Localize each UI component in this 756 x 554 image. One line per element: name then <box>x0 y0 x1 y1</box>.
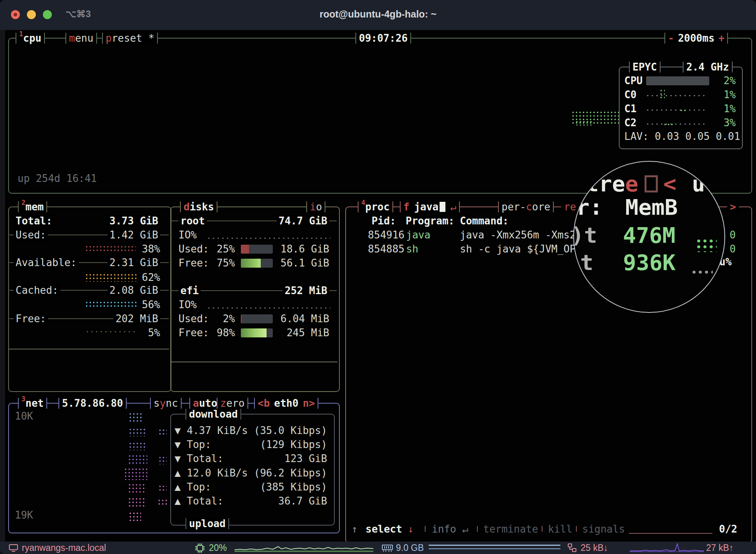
disk-root-used-bar <box>241 245 273 254</box>
proc-row-program[interactable]: java <box>406 228 431 242</box>
proc-kill-button[interactable]: kill <box>548 522 572 536</box>
proc-row-program[interactable]: sh <box>406 242 418 256</box>
disk-root-free-label: Free: <box>178 256 209 270</box>
cpu-chip-icon <box>195 543 205 553</box>
mem-cached-value: 2.08 GiB <box>108 283 160 297</box>
mem-cached-pct: 56% <box>142 298 160 312</box>
menu-button[interactable]: menu <box>65 33 97 44</box>
terminal-left-margin <box>0 30 5 542</box>
proc-signals-button[interactable]: signals <box>582 522 625 536</box>
window-title: root@ubuntu-4gb-halo: ~ <box>0 9 756 20</box>
loupe-graph-dots <box>696 238 717 252</box>
net-graph-segment <box>129 442 146 450</box>
disk-efi-free-pct: 98% <box>217 326 235 340</box>
disk-root-used-value: 18.6 GiB <box>281 242 329 256</box>
net-down-top: ▼ Top: (129 Kibps) <box>175 438 327 452</box>
disk-efi-used-pct: 2% <box>223 312 235 326</box>
core-0-graph-peak <box>659 89 665 98</box>
net-prev-button[interactable]: <b <box>258 398 270 408</box>
core-2-graph <box>645 123 707 126</box>
mem-available-meter <box>85 273 136 282</box>
mem-available-pct: 62% <box>142 270 160 284</box>
network-icon <box>567 543 577 552</box>
net-sync-button[interactable]: sync <box>150 398 182 409</box>
mem-free-row: Free: <box>14 312 48 326</box>
net-up-speed: ▲ 12.0 KiB/s (96.2 Kibps) <box>175 466 327 480</box>
net-graph-segment <box>128 454 147 465</box>
proc-header-pid: Pid: <box>371 214 396 228</box>
disk-root-free-bar <box>241 259 273 268</box>
proc-select-button[interactable]: select <box>366 522 402 536</box>
net-interface-name: eth0 <box>274 398 299 408</box>
net-up-top: ▲ Top: (385 Kibps) <box>175 480 327 494</box>
proc-row-cpu: 0 <box>730 228 736 242</box>
footer-separator <box>425 526 426 532</box>
core-1-label: C1 <box>624 102 636 116</box>
io-mode-button[interactable]: io <box>306 201 325 212</box>
proc-next-sort-button[interactable]: > <box>727 201 739 212</box>
cpu-frequency: 2.4 GHz <box>683 62 733 72</box>
disks-box-divider <box>171 362 337 362</box>
mem-box-divider <box>9 349 169 349</box>
core-0-pct: 1% <box>724 88 736 102</box>
core-1-pct: 1% <box>724 102 736 116</box>
net-graph-segment <box>129 512 141 521</box>
loupe-mem-value-1: )t476M <box>573 222 675 249</box>
down-arrow-icon[interactable]: ↓ <box>408 522 414 536</box>
disk-efi-free-label: Free: <box>178 326 209 340</box>
memory-icon <box>382 543 393 552</box>
text-cursor <box>440 202 445 212</box>
proc-info-button[interactable]: info <box>432 522 456 536</box>
disk-efi-used-value: 6.04 MiB <box>281 312 329 326</box>
mem-available-value: 2.31 GiB <box>108 256 160 270</box>
core-2-label: C2 <box>624 116 636 130</box>
memory-graph-line-1 <box>429 545 560 546</box>
proc-terminate-button[interactable]: terminate <box>483 522 538 536</box>
proc-selection-count: 0/2 <box>719 522 737 536</box>
loupe-border-glyph <box>645 175 658 192</box>
mem-used-pct: 38% <box>142 242 160 256</box>
enter-icon: ↵ <box>462 522 468 536</box>
proc-tree-button[interactable]: re <box>561 201 579 212</box>
loupe-mem-value-2: t936K <box>580 249 676 276</box>
upload-title: upload <box>185 518 229 529</box>
net-graph-segment <box>158 485 167 492</box>
net-zero-button[interactable]: zero <box>217 398 248 409</box>
net-down-speed: ▼ 4.37 KiB/s (35.0 Kibps) <box>175 423 327 438</box>
mem-total-row: Total: <box>14 214 54 228</box>
net-graph-segment <box>157 499 168 506</box>
mem-free-pct: 5% <box>148 326 160 340</box>
proc-row-pid[interactable]: 854916 <box>368 228 404 242</box>
mem-used-meter <box>85 245 136 253</box>
net-next-button[interactable]: n> <box>303 398 315 408</box>
memory-graph-line-2 <box>429 548 560 549</box>
cpu-total-label: CPU <box>624 74 643 88</box>
disk-root-free-pct: 75% <box>217 256 235 270</box>
footer-separator <box>542 526 542 532</box>
footer-rule <box>629 533 712 534</box>
network-up-rate: 27 kB↑ <box>706 543 733 553</box>
net-down-total: ▼ Total: 123 GiB <box>175 452 327 466</box>
cpu-model: EPYC <box>629 62 661 72</box>
disk-efi-io-label: IO% <box>178 298 197 312</box>
proc-row-cpu: 0 <box>730 242 736 256</box>
preset-button[interactable]: preset * <box>102 33 158 44</box>
proc-row-command[interactable]: sh -c java ${JVM_OP <box>460 242 576 256</box>
core-2-graph-peak <box>663 123 674 126</box>
disk-root-free-value: 56.1 GiB <box>281 256 329 270</box>
disk-efi-io-graph <box>207 307 330 309</box>
proc-filter-input[interactable]: fjava↵ <box>400 201 460 212</box>
disk-root-size: 74.7 GiB <box>277 214 329 228</box>
net-graph-segment <box>129 412 142 422</box>
net-auto-button[interactable]: auto <box>189 398 221 409</box>
disk-efi-used-bar <box>241 314 273 323</box>
interval-decrease-button[interactable]: - <box>668 33 674 43</box>
proc-row-command[interactable]: java -Xmx256m -Xms2 <box>460 228 576 242</box>
up-arrow-icon[interactable]: ↑ <box>352 522 358 536</box>
proc-percore-button[interactable]: per-core <box>498 201 554 212</box>
mem-free-value: 202 MiB <box>113 312 160 326</box>
mem-available-row: Available: <box>14 256 79 270</box>
proc-row-pid[interactable]: 854885 <box>368 242 404 256</box>
interval-increase-button[interactable]: + <box>719 33 725 43</box>
net-up-total: ▲ Total: 36.7 GiB <box>175 494 327 508</box>
